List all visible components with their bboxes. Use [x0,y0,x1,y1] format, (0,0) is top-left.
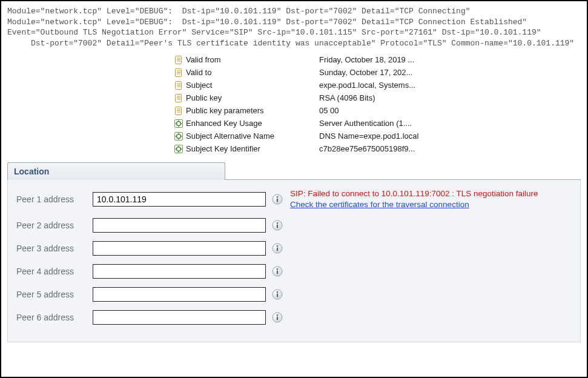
cert-field-label: Enhanced Key Usage [174,119,319,128]
cert-field-value: Sunday, October 17, 202... [319,68,412,77]
peer-address-input[interactable] [93,310,266,325]
tab-divider [225,179,581,180]
error-text: SIP: Failed to connect to 10.0.101.119:7… [290,188,538,199]
peer-row: Peer 4 address [16,264,573,279]
cert-field-value: RSA (4096 Bits) [319,93,375,102]
extension-icon [174,119,183,128]
svg-point-30 [277,222,279,224]
peer-address-input[interactable] [93,264,266,279]
extension-icon [174,131,183,141]
peer-label: Peer 6 address [16,313,93,322]
svg-point-33 [277,245,279,247]
cert-row: Subjectexpe.pod1.local, Systems... [174,79,581,91]
cert-row: Public keyRSA (4096 Bits) [174,91,581,104]
svg-rect-40 [277,294,278,297]
info-icon[interactable] [272,194,283,205]
cert-field-label: Subject [174,81,319,90]
svg-point-42 [277,314,279,316]
cert-field-value: Friday, October 18, 2019 ... [319,55,414,64]
cert-field-value: c7b28ee75e675005198f9... [319,144,415,153]
log-line: Dst-port="7002" Detail="Peer's TLS certi… [7,39,574,48]
cert-field-name: Public key [186,93,222,102]
peer-row: Peer 1 addressSIP: Failed to connect to … [16,188,573,210]
peer-address-input[interactable] [93,241,266,256]
peer-label: Peer 1 address [16,194,93,204]
cert-row: Public key parameters05 00 [174,104,581,117]
cert-field-label: Subject Key Identifier [174,144,319,154]
cert-row: Valid toSunday, October 17, 202... [174,66,581,79]
app-frame: Module="network.tcp" Level="DEBUG": Dst-… [0,0,588,378]
peer-label: Peer 5 address [16,290,93,299]
cert-field-value: Server Authentication (1.... [319,119,412,128]
cert-field-value: 05 00 [319,106,339,115]
cert-row: Subject Key Identifierc7b28ee75e67500519… [174,142,581,155]
cert-row: Valid fromFriday, October 18, 2019 ... [174,53,581,66]
peer-label: Peer 2 address [16,220,93,230]
peer-address-input[interactable] [93,287,266,302]
info-icon[interactable] [272,289,283,300]
info-icon[interactable] [272,266,283,277]
svg-point-27 [277,196,279,198]
tab-location[interactable]: Location [7,162,225,180]
svg-rect-34 [277,248,278,251]
cert-field-label: Subject Alternative Name [174,131,319,141]
peer-label: Peer 4 address [16,267,93,276]
document-icon [174,93,183,103]
svg-point-36 [277,268,279,270]
cert-field-name: Valid from [186,55,221,64]
cert-field-label: Public key parameters [174,106,319,116]
section-header: Location [7,162,581,180]
cert-row: Enhanced Key UsageServer Authentication … [174,117,581,130]
error-link[interactable]: Check the certificates for the traversal… [290,199,538,210]
cert-field-value: DNS Name=expe.pod1.local [319,131,418,141]
location-panel: Peer 1 addressSIP: Failed to connect to … [7,180,581,342]
peer-row: Peer 6 address [16,310,573,325]
peer-address-input[interactable] [93,192,266,207]
info-icon[interactable] [272,312,283,323]
cert-field-value: expe.pod1.local, Systems... [319,81,415,90]
log-line: Module="network.tcp" Level="DEBUG": Dst-… [7,7,471,16]
cert-field-name: Valid to [186,68,211,77]
peer-row: Peer 5 address [16,287,573,302]
cert-field-name: Enhanced Key Usage [186,119,262,128]
log-line: Event="Outbound TLS Negotiation Error" S… [7,28,541,37]
extension-icon [174,144,183,154]
cert-field-name: Subject Key Identifier [186,144,260,153]
cert-field-label: Public key [174,93,319,103]
svg-rect-31 [277,225,278,228]
peer-label: Peer 3 address [16,244,93,253]
document-icon [174,68,183,78]
cert-row: Subject Alternative NameDNS Name=expe.po… [174,130,581,142]
peer-row: Peer 2 address [16,218,573,233]
certificate-details: Valid fromFriday, October 18, 2019 ...Va… [174,53,581,155]
document-icon [174,106,183,116]
svg-rect-43 [277,317,278,320]
log-line: Module="network.tcp" Level="DEBUG": Dst-… [7,18,527,27]
debug-log: Module="network.tcp" Level="DEBUG": Dst-… [7,6,581,48]
cert-field-name: Subject [186,81,212,90]
cert-field-name: Subject Alternative Name [186,131,274,141]
peer-error: SIP: Failed to connect to 10.0.101.119:7… [290,188,538,210]
document-icon [174,81,183,90]
svg-point-39 [277,291,279,293]
cert-field-name: Public key parameters [186,106,264,115]
info-icon[interactable] [272,243,283,254]
cert-field-label: Valid to [174,68,319,78]
peer-row: Peer 3 address [16,241,573,256]
document-icon [174,55,183,65]
cert-field-label: Valid from [174,55,319,65]
svg-rect-37 [277,271,278,274]
info-icon[interactable] [272,220,283,231]
svg-rect-28 [277,198,278,202]
peer-address-input[interactable] [93,218,266,233]
